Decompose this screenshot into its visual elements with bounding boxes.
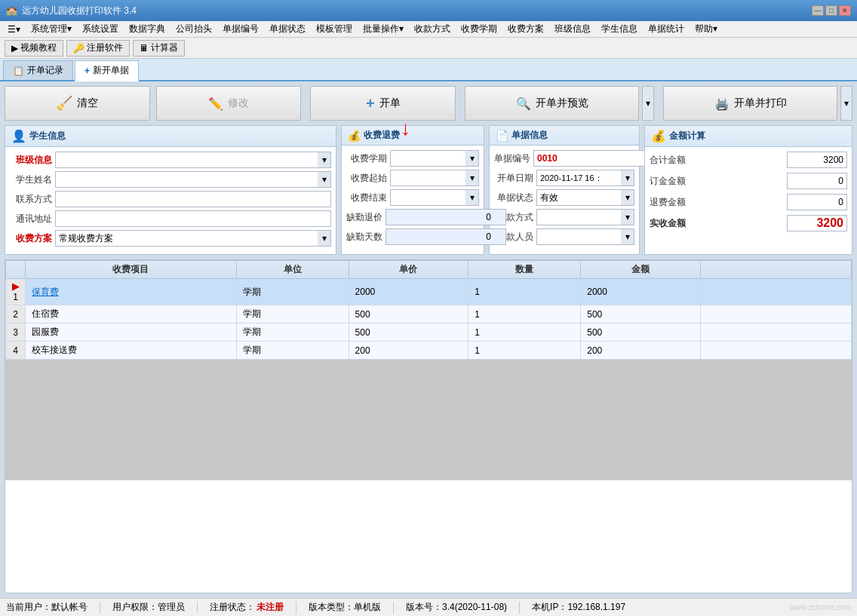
fee-plan-select[interactable]: 常规收费方案	[55, 230, 331, 247]
fee-icon: 💰	[348, 130, 361, 142]
amount-panel-body: 合计金额 订金金额 退费金额 实收金额	[645, 147, 852, 241]
total-amount-input[interactable]	[787, 152, 847, 168]
fee-semester-label: 收费学期	[346, 152, 390, 165]
col-qty-header: 数量	[468, 261, 581, 279]
menu-semester[interactable]: 收费学期	[456, 21, 502, 37]
tab-record-label: 开单记录	[27, 64, 63, 77]
close-button[interactable]: ✕	[839, 5, 851, 16]
student-name-select-wrap: ▾	[55, 171, 331, 188]
cashier-select[interactable]	[536, 228, 634, 245]
menu-receipt-no[interactable]: 单据编号	[218, 21, 263, 37]
table-row[interactable]: 2 住宿费 学期 500 1 500	[6, 305, 852, 323]
receipt-status-wrap: 有效 ▾	[536, 189, 634, 206]
video-tutorial-button[interactable]: ▶ 视频教程	[5, 40, 63, 57]
coin-icon: 💰	[651, 129, 666, 143]
menu-payment[interactable]: 收款方式	[410, 21, 455, 37]
menu-bar: ☰▾ 系统管理▾ 系统设置 数据字典 公司抬头 单据编号 单据状态 模板管理 批…	[0, 21, 857, 38]
absence-days-row: 缺勤天数	[346, 228, 479, 245]
menu-file[interactable]: ☰▾	[3, 23, 25, 36]
menu-template[interactable]: 模板管理	[312, 21, 357, 37]
absence-price-input[interactable]	[385, 209, 506, 225]
receipt-no-input[interactable]	[533, 150, 658, 167]
item-cell-1[interactable]: 保育费	[26, 279, 237, 305]
class-select-wrap: ▾	[55, 152, 331, 168]
deposit-amount-label: 订金金额	[650, 175, 689, 188]
maximize-button[interactable]: □	[825, 5, 837, 16]
tab-bar: 📋 开单记录 + 新开单据	[0, 59, 857, 81]
print-button[interactable]: 🖨️ 开单并打印	[663, 86, 837, 121]
menu-sys[interactable]: 系统管理▾	[26, 21, 76, 37]
window-controls[interactable]: — □ ✕	[812, 5, 851, 16]
table-row[interactable]: ▶ 1 保育费 学期 2000 1 2000	[6, 279, 852, 305]
item-cell-4: 校车接送费	[26, 342, 237, 360]
open-date-wrap: 2020-11-17 16： ▾	[536, 170, 634, 186]
deposit-amount-input[interactable]	[787, 173, 847, 189]
absence-price-row: 缺勤退价	[346, 209, 479, 225]
menu-student[interactable]: 学生信息	[597, 21, 642, 37]
machine-ip: 本机IP：192.168.1.197	[532, 601, 625, 614]
preview-dropdown[interactable]: ▾	[642, 86, 654, 121]
row-index-4: 4	[6, 342, 26, 360]
payment-method-row: 收款方式 ▾	[494, 209, 634, 225]
create-button[interactable]: + 开单	[310, 86, 456, 121]
menu-receipt-status[interactable]: 单据状态	[265, 21, 310, 37]
tab-new-receipt[interactable]: + 新开单据	[75, 60, 139, 81]
receipt-icon: 📄	[496, 130, 508, 142]
menu-class[interactable]: 班级信息	[550, 21, 595, 37]
class-select[interactable]	[55, 152, 331, 168]
fee-plan-row: 收费方案 常规收费方案 ▾	[10, 230, 331, 247]
extra-cell-2	[701, 305, 852, 323]
student-info-panel: 👤 学生信息 班级信息 ▾ 学生姓名	[5, 125, 336, 255]
menu-dict[interactable]: 数据字典	[124, 21, 170, 37]
fee-return-panel: 💰 收费退费 ↓ 收费学期 ▾ 收费起始	[341, 125, 484, 255]
actual-amount-row: 实收金额	[650, 215, 847, 231]
fee-panel-title: 收费退费	[364, 129, 400, 142]
modify-label: 修改	[228, 97, 249, 110]
search-icon: 🔍	[516, 97, 531, 111]
menu-plan[interactable]: 收费方案	[503, 21, 548, 37]
absence-days-input[interactable]	[385, 228, 506, 245]
fee-end-select[interactable]	[390, 189, 479, 206]
menu-help[interactable]: 帮助▾	[690, 21, 722, 37]
open-date-select[interactable]: 2020-11-17 16：	[536, 170, 634, 186]
window-title: 远方幼儿园收据打印软件 3.4	[22, 5, 812, 17]
register-software-button[interactable]: 🔑 注册软件	[66, 40, 130, 57]
modify-button[interactable]: ✏️ 修改	[156, 86, 302, 121]
price-cell-1: 2000	[349, 279, 468, 305]
col-amount-header: 金额	[581, 261, 701, 279]
student-panel-title: 学生信息	[29, 130, 66, 143]
fee-semester-select[interactable]	[390, 150, 479, 167]
open-date-row: 开单日期 2020-11-17 16： ▾	[494, 170, 634, 186]
minimize-button[interactable]: —	[812, 5, 824, 16]
fee-plan-select-wrap: 常规收费方案 ▾	[55, 230, 331, 247]
title-bar: 🏫 远方幼儿园收据打印软件 3.4 — □ ✕	[0, 0, 857, 21]
refund-amount-input[interactable]	[787, 194, 847, 210]
table-row[interactable]: 3 园服费 学期 500 1 500	[6, 323, 852, 342]
actual-amount-input[interactable]	[787, 215, 847, 231]
address-input[interactable]	[55, 210, 331, 227]
print-dropdown[interactable]: ▾	[840, 86, 852, 121]
payment-method-select[interactable]	[536, 209, 634, 225]
student-name-label: 学生姓名	[10, 173, 55, 186]
tab-record[interactable]: 📋 开单记录	[3, 60, 73, 80]
qty-cell-2: 1	[468, 305, 581, 323]
preview-button[interactable]: 🔍 开单并预览	[465, 86, 639, 121]
row-arrow-1: ▶ 1	[6, 279, 26, 305]
menu-settings[interactable]: 系统设置	[78, 21, 123, 37]
clear-button[interactable]: 🧹 清空	[5, 86, 150, 121]
contact-label: 联系方式	[10, 193, 55, 206]
table-row[interactable]: 4 校车接送费 学期 200 1 200	[6, 342, 852, 360]
fee-start-row: 收费起始 ▾	[346, 170, 479, 186]
absence-days-label: 缺勤天数	[346, 231, 385, 244]
item-link-1[interactable]: 保育费	[32, 287, 59, 297]
menu-stats[interactable]: 单据统计	[644, 21, 689, 37]
receipt-status-select[interactable]: 有效	[536, 189, 634, 206]
calculator-button[interactable]: 🖩 计算器	[133, 40, 185, 57]
total-amount-row: 合计金额	[650, 152, 847, 168]
menu-company[interactable]: 公司抬头	[171, 21, 217, 37]
menu-batch[interactable]: 批量操作▾	[358, 21, 408, 37]
fee-start-select[interactable]	[390, 170, 479, 186]
register-status-value: 未注册	[256, 601, 284, 614]
student-name-select[interactable]	[55, 171, 331, 188]
contact-input[interactable]	[55, 191, 331, 207]
